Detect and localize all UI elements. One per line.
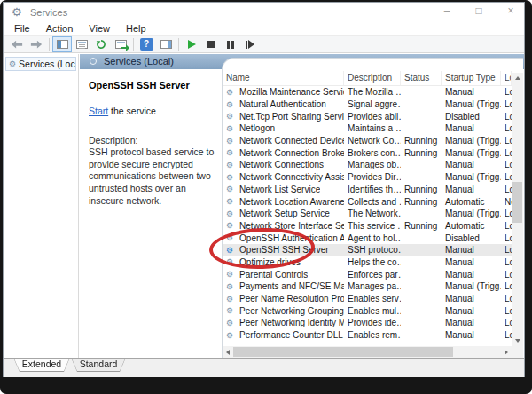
toolbar-separator [178,38,179,51]
tree-item-services-local[interactable]: ⚙ Services (Local) [5,57,76,71]
service-log-on-as: Loc [501,257,512,267]
service-row[interactable]: ⚙Mozilla Maintenance Service The Mozilla… [223,86,512,98]
service-startup-type: Manual (Trigg… [442,209,501,218]
console-tree-toggle-button[interactable] [52,36,72,52]
service-log-on-as: Loc [501,270,512,280]
properties-icon [76,40,88,49]
column-header-status[interactable]: Status [401,71,442,85]
service-startup-type: Manual [442,257,501,267]
service-row[interactable]: ⚙Performance Counter DLL H… Enables rem…… [223,329,512,342]
service-description: Brokers con… [344,148,401,158]
services-pane: Services (Local) OpenSSH SSH Server Star… [80,54,524,358]
scroll-left-arrow[interactable] [223,346,233,358]
service-startup-type: Manual [442,294,501,303]
service-row[interactable]: ⚙Network Setup Service The Network… Manu… [223,208,512,220]
description-heading: Description: [89,135,215,146]
tab-standard[interactable]: Standard [72,359,125,371]
export-list-button[interactable] [111,36,130,52]
service-name: Network Store Interface Serv… [236,221,344,231]
service-row[interactable]: ⚙Peer Name Resolution Proto… Enables ser… [223,293,512,305]
help-button[interactable]: ? [137,36,156,52]
service-description: This service … [344,221,401,231]
forward-button[interactable] [27,36,46,52]
service-row[interactable]: ⚙Optimize drives Helps the co… Manual Lo… [223,256,512,269]
service-gear-icon: ⚙ [226,88,233,97]
menu-view[interactable]: View [81,22,118,35]
menu-help[interactable]: Help [118,22,154,35]
service-row[interactable]: ⚙Network Connectivity Assist… Provides D… [223,171,512,184]
service-description: SSH protoco… [344,245,401,255]
vertical-scrollbar[interactable] [512,73,523,346]
service-gear-icon: ⚙ [226,209,233,218]
service-row[interactable]: ⚙OpenSSH SSH Server SSH protoco… Manual … [223,244,512,256]
menu-action[interactable]: Action [38,22,82,35]
horizontal-scrollbar-thumb[interactable] [233,347,453,357]
service-log-on-as: Loc [501,112,512,122]
properties-button[interactable] [72,36,91,52]
restart-service-button[interactable] [240,36,260,52]
column-header-description[interactable]: Description [344,71,401,85]
service-row[interactable]: ⚙Netlogon Maintains a … Manual Loc [223,122,512,135]
service-log-on-as: Loc [501,281,512,291]
service-row[interactable]: ⚙OpenSSH Authentication Ag… Agent to hol… [223,232,512,244]
service-startup-type: Manual (Trigg… [442,136,501,146]
scroll-right-arrow[interactable] [501,346,512,358]
service-startup-type: Manual (Trigg… [442,99,501,109]
column-header-name[interactable]: Name [223,71,344,85]
service-description: The Network… [344,209,401,218]
service-row[interactable]: ⚙Peer Networking Identity M… Provides id… [223,317,512,329]
service-gear-icon: ⚙ [226,137,233,146]
start-service-link[interactable]: Start [89,106,108,116]
service-gear-icon: ⚙ [226,257,233,266]
stop-service-button[interactable] [201,36,221,52]
service-row[interactable]: ⚙Network Connected Devices … Network Co…… [223,135,512,147]
service-gear-icon: ⚙ [226,173,233,182]
service-row[interactable]: ⚙Network Connection Broker Brokers con… … [223,146,512,159]
horizontal-scrollbar[interactable] [223,346,512,358]
scroll-up-arrow[interactable] [512,73,523,83]
service-row[interactable]: ⚙Payments and NFC/SE Mana… Manages pa… M… [223,280,512,293]
service-row[interactable]: ⚙Network List Service Identifies th… Run… [223,184,512,196]
service-row[interactable]: ⚙Network Store Interface Serv… This serv… [223,220,512,232]
service-row[interactable]: ⚙Network Connections Manages ob… Manual … [223,159,512,171]
screenshot-frame: ⚙ Services – □ × File Action View Help [0,0,532,394]
service-row[interactable]: ⚙Natural Authentication Signal aggre… Ma… [223,98,512,111]
tree-item-label: Services (Local) [19,59,76,69]
column-header-log-on-as[interactable]: Loc [501,71,512,85]
maximize-button[interactable]: □ [473,4,485,17]
list-header-row: Name Description Status Startup Type Loc [223,71,512,86]
service-row[interactable]: ⚙Peer Networking Grouping Enables mul… M… [223,304,512,317]
service-name: OpenSSH SSH Server [236,245,329,255]
service-row[interactable]: ⚙Network Location Awareness Collects and… [223,195,512,208]
menu-bar: File Action View Help [4,22,524,35]
pause-service-button[interactable] [221,36,240,52]
scroll-down-arrow[interactable] [512,335,523,346]
service-description: Collects and … [344,197,401,207]
service-startup-type: Disabled [442,112,501,122]
service-description: Helps the co… [344,257,401,267]
minimize-button[interactable]: – [441,4,453,17]
service-name: Peer Networking Grouping [236,306,344,316]
pane-header-label: Services (Local) [104,56,174,67]
service-startup-type: Disabled [442,233,501,243]
column-header-startup-type[interactable]: Startup Type [442,71,501,85]
service-row[interactable]: ⚙Parental Controls Enforces par… Manual … [223,268,512,280]
back-button[interactable] [7,36,27,52]
service-row[interactable]: ⚙Net.Tcp Port Sharing Service Provides a… [223,110,512,122]
menu-file[interactable]: File [6,22,38,35]
service-gear-icon: ⚙ [226,100,233,109]
service-name: Net.Tcp Port Sharing Service [236,112,344,122]
selected-service-title: OpenSSH SSH Server [89,80,215,91]
service-startup-type: Manual [442,245,501,255]
vertical-scrollbar-thumb[interactable] [512,182,522,223]
main-area: ⚙ Services (Local) Services (Local) Open… [4,54,524,358]
console-tree-panel: ⚙ Services (Local) [4,54,79,358]
close-button[interactable]: × [505,4,517,17]
action-pane-toggle-button[interactable] [156,36,176,52]
start-service-button[interactable] [182,36,201,52]
tab-extended[interactable]: Extended [14,359,69,371]
refresh-button[interactable] [91,36,111,52]
services-node-icon: ⚙ [9,59,16,68]
service-log-on-as: Loc [501,330,512,340]
service-description: Provides Dir… [344,172,401,182]
